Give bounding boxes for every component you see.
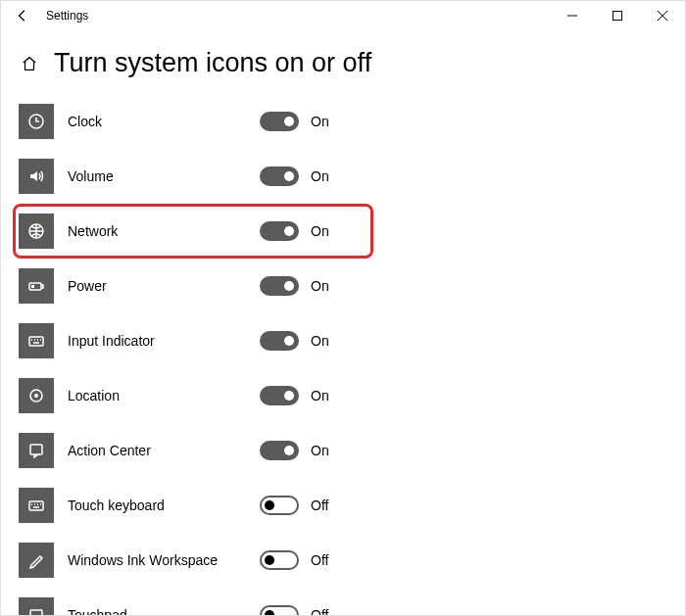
toggle-state-label: Off — [311, 607, 328, 616]
toggle-state-label: On — [311, 168, 329, 184]
setting-label: Input Indicator — [54, 333, 260, 349]
toggle-group: On — [260, 112, 329, 131]
action-center-icon — [19, 433, 54, 468]
setting-row-power: PowerOn — [19, 259, 667, 313]
toggle-network[interactable] — [260, 221, 299, 241]
volume-icon — [19, 159, 54, 194]
setting-row-network: NetworkOn — [13, 204, 373, 259]
touch-keyboard-icon — [19, 488, 54, 523]
page-header: Turn system icons on or off — [1, 30, 685, 94]
toggle-state-label: Off — [311, 498, 328, 513]
minimize-button[interactable] — [550, 1, 595, 30]
setting-row-volume: VolumeOn — [19, 149, 667, 204]
setting-label: Clock — [54, 114, 260, 129]
toggle-ink-workspace[interactable] — [260, 550, 299, 570]
toggle-group: On — [260, 386, 329, 405]
toggle-state-label: Off — [311, 552, 328, 568]
toggle-group: Off — [260, 550, 328, 570]
setting-label: Touch keyboard — [54, 498, 260, 513]
close-button[interactable] — [640, 1, 685, 30]
toggle-touch-keyboard[interactable] — [260, 496, 299, 515]
window-title: Settings — [38, 9, 88, 23]
setting-row-input-indicator: Input IndicatorOn — [19, 313, 667, 368]
toggle-power[interactable] — [260, 276, 299, 296]
battery-icon — [19, 268, 54, 304]
toggle-group: Off — [260, 496, 328, 515]
toggle-group: Off — [260, 605, 328, 616]
toggle-state-label: On — [311, 223, 329, 239]
setting-row-action-center: Action CenterOn — [19, 423, 667, 478]
clock-icon — [19, 104, 54, 139]
toggle-location[interactable] — [260, 386, 299, 405]
toggle-state-label: On — [311, 443, 329, 458]
toggle-group: On — [260, 276, 329, 296]
page-title: Turn system icons on or off — [54, 48, 371, 78]
home-button[interactable] — [19, 55, 40, 72]
touchpad-icon — [19, 597, 54, 616]
setting-label: Power — [54, 278, 260, 294]
titlebar: Settings — [1, 1, 685, 30]
toggle-group: On — [260, 331, 329, 351]
location-icon — [19, 378, 54, 413]
svg-rect-0 — [613, 12, 622, 21]
globe-icon — [19, 213, 54, 249]
toggle-state-label: On — [311, 388, 329, 403]
toggle-action-center[interactable] — [260, 441, 299, 460]
setting-label: Touchpad — [54, 607, 260, 616]
toggle-state-label: On — [311, 278, 329, 294]
setting-label: Location — [54, 388, 260, 403]
toggle-group: On — [260, 441, 329, 460]
setting-row-clock: ClockOn — [19, 94, 667, 149]
toggle-group: On — [260, 221, 329, 241]
setting-row-ink-workspace: Windows Ink WorkspaceOff — [19, 533, 667, 588]
keyboard-icon — [19, 323, 54, 358]
toggle-clock[interactable] — [260, 112, 299, 131]
toggle-state-label: On — [311, 114, 329, 129]
maximize-button[interactable] — [595, 1, 640, 30]
pen-icon — [19, 543, 54, 578]
setting-label: Action Center — [54, 443, 260, 458]
toggle-volume[interactable] — [260, 166, 299, 186]
toggle-touchpad[interactable] — [260, 605, 299, 616]
settings-list: ClockOnVolumeOnNetworkOnPowerOnInput Ind… — [1, 94, 685, 616]
setting-label: Volume — [54, 168, 260, 184]
toggle-input-indicator[interactable] — [260, 331, 299, 351]
setting-row-location: LocationOn — [19, 368, 667, 423]
setting-row-touchpad: TouchpadOff — [19, 588, 667, 616]
toggle-state-label: On — [311, 333, 329, 349]
back-button[interactable] — [7, 1, 38, 30]
setting-label: Network — [54, 223, 260, 239]
setting-row-touch-keyboard: Touch keyboardOff — [19, 478, 667, 533]
setting-label: Windows Ink Workspace — [54, 552, 260, 568]
toggle-group: On — [260, 166, 329, 186]
